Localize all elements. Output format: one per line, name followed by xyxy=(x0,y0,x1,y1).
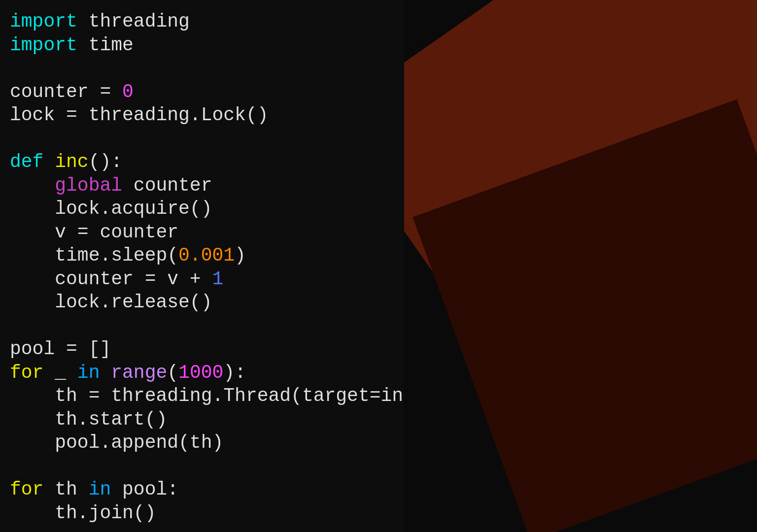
keyword-import2: import xyxy=(10,34,77,56)
line-v-assign: v = counter xyxy=(10,221,404,244)
empty-line-5 xyxy=(10,525,404,532)
line-lock-release: lock.release() xyxy=(10,291,404,314)
line-pool-append: pool.append(th) xyxy=(10,431,404,455)
line-for-pool: for th in pool: xyxy=(10,478,404,501)
line-th-start: th.start() xyxy=(10,408,404,432)
line-pool-assign: pool = [] xyxy=(10,337,404,361)
decorative-background xyxy=(404,0,757,532)
line-for-range: for _ in range(1000): xyxy=(10,361,404,385)
line-lock-acquire: lock.acquire() xyxy=(10,197,404,221)
line-th-join: th.join() xyxy=(10,501,404,525)
line-lock-assign: lock = threading.Lock() xyxy=(10,103,404,127)
line-counter-assign: counter = 0 xyxy=(10,80,404,104)
line-th-assign: th = threading.Thread(target=inc) xyxy=(10,384,404,408)
keyword-import: import xyxy=(10,11,77,32)
empty-line-1 xyxy=(10,57,404,80)
code-editor: import threading import time counter = 0… xyxy=(0,0,404,532)
line-time-sleep: time.sleep(0.001) xyxy=(10,244,404,267)
line-import-threading: import threading xyxy=(10,10,404,33)
empty-line-3 xyxy=(10,314,404,338)
line-global-counter: global counter xyxy=(10,174,404,198)
line-counter-inc: counter = v + 1 xyxy=(10,267,404,291)
line-def-inc: def inc(): xyxy=(10,150,404,174)
empty-line-2 xyxy=(10,127,404,151)
empty-line-4 xyxy=(10,455,404,478)
line-import-time: import time xyxy=(10,33,404,57)
